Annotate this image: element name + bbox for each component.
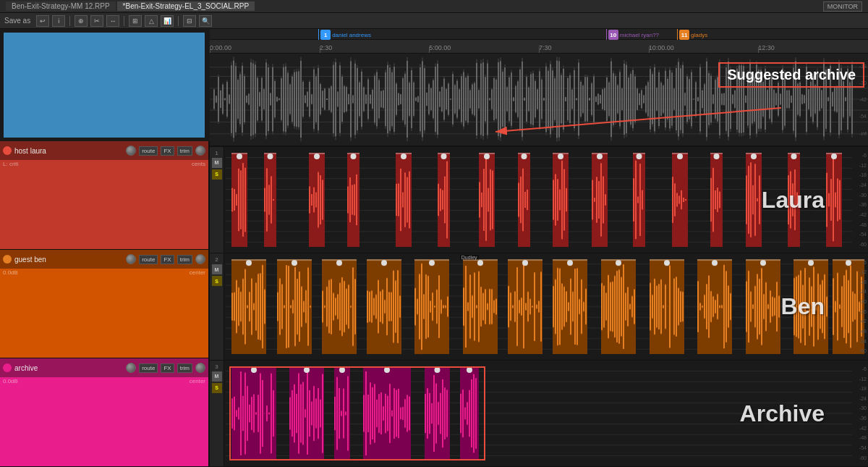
track-pan-laura: cents (192, 161, 205, 167)
suggested-archive-label: Suggested archive (727, 67, 856, 83)
route-button-ben[interactable]: route (139, 255, 158, 264)
volume-knob-laura[interactable] (126, 146, 136, 156)
archive-waveform-canvas (210, 361, 868, 466)
move-button[interactable]: ↔ (106, 15, 119, 27)
mute-button-laura[interactable]: M (212, 158, 222, 168)
track-info-ben: 0.0dB center (0, 269, 208, 277)
time-mark-5: 12:30 (758, 44, 775, 51)
marker-1: 1daniel andrews (318, 29, 371, 41)
add-button[interactable]: ⊕ (75, 15, 88, 27)
track-name-archive: archive (14, 364, 123, 372)
laura-waveform-canvas (210, 147, 868, 253)
cut-button[interactable]: ✂ (90, 15, 103, 27)
pan-knob-archive[interactable] (195, 363, 205, 373)
overview-left-panel (0, 29, 208, 141)
trim-button-ben[interactable]: trim (177, 255, 192, 264)
meter-button[interactable]: 📊 (161, 15, 174, 27)
timeline-panel: 1daniel andrews10michael ryan??11gladys … (210, 29, 868, 467)
record-button-laura[interactable] (3, 146, 12, 155)
fx-button-ben[interactable]: FX (161, 255, 174, 264)
lane-number-laura: 1 (215, 150, 218, 156)
tab-2[interactable]: *Ben-Exit-Strategy-EL_3_SOCIAL.RPP (117, 1, 255, 11)
track-info-archive: 0.0dB center (0, 377, 208, 385)
toolbar-separator-1 (69, 16, 70, 26)
archive-db-scale: -6 -12 -18 -24 -30 -36 -42 -48 -54 -60 (854, 361, 868, 466)
ripple-button[interactable]: ⊟ (183, 15, 196, 27)
fx-button-laura[interactable]: FX (161, 146, 174, 156)
marker-label-1: daniel andrews (332, 32, 371, 38)
pan-knob-ben[interactable] (195, 254, 205, 264)
mute-button-archive[interactable]: M (212, 371, 222, 382)
track-controls-panel: host laura route FX trim L: criti cents … (0, 29, 210, 467)
track-control-laura: host laura route FX trim L: criti cents (0, 141, 208, 250)
track-info-laura: L: criti cents (0, 160, 208, 168)
snap-button[interactable]: △ (145, 15, 158, 27)
track-name-ben: guest ben (14, 256, 123, 264)
time-ruler: 0:00.002:305:00.007:3010:00.0012:3015:00… (210, 40, 868, 54)
time-tick-5 (758, 47, 759, 53)
route-button-archive[interactable]: route (139, 363, 158, 373)
marker-num-1: 1 (320, 30, 331, 40)
lane-controls-ben: 2 M S (210, 253, 224, 359)
track-pan-archive: center (190, 378, 205, 384)
lane-number-ben: 2 (215, 256, 218, 263)
track-header-archive: archive route FX trim (0, 358, 208, 377)
marker-label-11: gladys (691, 32, 707, 38)
tab-list: Ben-Exit-Strategy-MM 12.RPP *Ben-Exit-St… (6, 1, 255, 11)
time-tick-1 (320, 47, 320, 53)
track-control-ben: guest ben route FX trim 0.0dB center (0, 250, 208, 358)
track-name-laura: host laura (14, 147, 123, 155)
solo-button-archive[interactable]: S (212, 383, 222, 393)
track-db-ben: 0.0dB (3, 269, 18, 276)
marker-11: 11gladys (677, 29, 707, 41)
fx-button-archive[interactable]: FX (161, 363, 174, 373)
time-tick-3 (539, 47, 540, 53)
trim-button-archive[interactable]: trim (177, 363, 192, 373)
track-db-laura: L: criti (3, 161, 18, 167)
pan-knob-laura[interactable] (195, 146, 205, 156)
time-mark-0: 0:00.00 (210, 44, 231, 51)
tab-1[interactable]: Ben-Exit-Strategy-MM 12.RPP (6, 1, 116, 11)
markers-bar: 1daniel andrews10michael ryan??11gladys (210, 29, 868, 40)
time-tick-0 (210, 47, 210, 53)
time-tick-2 (429, 47, 430, 53)
db-label-54: -54 (854, 114, 868, 119)
dudley-marker: Dudley (460, 255, 479, 260)
track-db-archive: 0.0dB (3, 378, 18, 384)
time-tick-4 (649, 47, 650, 53)
marker-line-11 (677, 29, 678, 41)
marker-num-11: 11 (679, 30, 689, 40)
title-bar: Ben-Exit-Strategy-MM 12.RPP *Ben-Exit-St… (0, 0, 868, 13)
track-pan-ben: center (190, 269, 205, 276)
toolbar-separator-3 (178, 16, 179, 26)
marker-num-10: 10 (608, 30, 618, 40)
toolbar: Save as ↩ i ⊕ ✂ ↔ ⊞ △ 📊 ⊟ 🔍 (0, 13, 868, 29)
volume-knob-ben[interactable] (126, 254, 136, 264)
mute-button-ben[interactable]: M (212, 264, 222, 274)
record-button-archive[interactable] (3, 363, 12, 372)
marker-label-10: michael ryan?? (620, 32, 659, 38)
ben-waveform-canvas (210, 253, 868, 359)
zoom-button[interactable]: 🔍 (199, 15, 212, 27)
solo-button-laura[interactable]: S (212, 169, 222, 180)
time-mark-3: 7:30 (539, 44, 552, 51)
lane-controls-archive: 3 M S (210, 361, 224, 466)
record-button-ben[interactable] (3, 255, 12, 264)
db-label-inf: -inf (854, 131, 868, 136)
time-mark-4: 10:00.00 (649, 44, 674, 51)
monitor-button[interactable]: MONITOR (823, 1, 862, 12)
track-header-laura: host laura route FX trim (0, 141, 208, 160)
trim-button-laura[interactable]: trim (177, 146, 192, 156)
marker-line-10 (606, 29, 607, 41)
db-label-42: -42 (854, 97, 868, 102)
undo-button[interactable]: ↩ (36, 15, 49, 27)
grid-button[interactable]: ⊞ (129, 15, 142, 27)
volume-knob-archive[interactable] (126, 363, 136, 373)
track-lane-laura: 1 M S Laura -6 -12 -18 -24 -30 -36 -42 -… (210, 147, 868, 253)
toolbar-separator-2 (124, 16, 124, 26)
route-button-laura[interactable]: route (139, 146, 158, 156)
save-as-label: Save as (4, 17, 30, 25)
solo-button-ben[interactable]: S (212, 276, 222, 286)
info-button[interactable]: i (52, 15, 65, 27)
waveform-overview: Suggested archive -18 -30 -42 -54 -inf (210, 54, 868, 146)
